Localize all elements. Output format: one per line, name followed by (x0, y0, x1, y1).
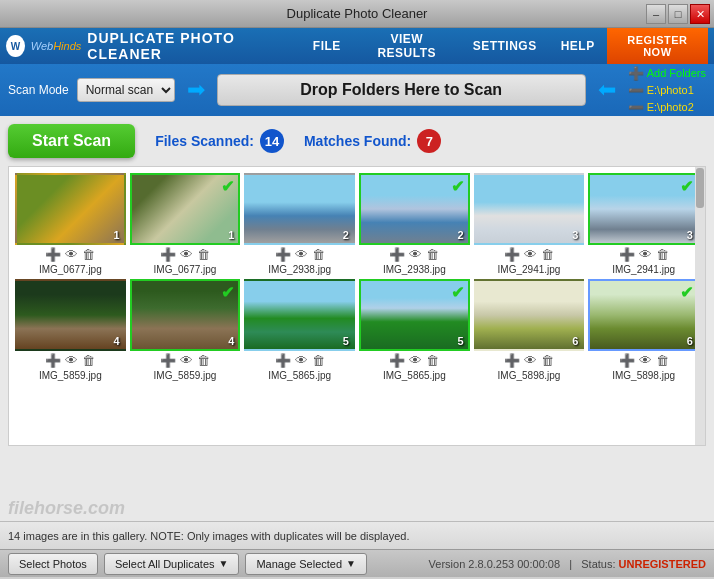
select-photos-button[interactable]: Select Photos (8, 553, 98, 575)
maximize-button[interactable]: □ (668, 4, 688, 24)
nav-register[interactable]: REGISTER NOW (607, 28, 708, 64)
photo-name: IMG_5898.jpg (588, 370, 699, 381)
status-note: 14 images are in this gallery. NOTE: Onl… (8, 530, 409, 542)
start-scan-button[interactable]: Start Scan (8, 124, 135, 158)
add-icon[interactable]: ➕ (389, 247, 405, 262)
title-bar: Duplicate Photo Cleaner – □ ✕ (0, 0, 714, 28)
add-icon[interactable]: ➕ (619, 247, 635, 262)
photo-thumb-7[interactable]: 4 (15, 279, 126, 351)
add-icon[interactable]: ➕ (45, 247, 61, 262)
photo-grid-container: 1➕👁🗑IMG_0677.jpg1✔➕👁🗑IMG_0677.jpg2➕👁🗑IMG… (8, 166, 706, 446)
view-icon[interactable]: 👁 (65, 247, 78, 262)
view-icon[interactable]: 👁 (639, 247, 652, 262)
view-icon[interactable]: 👁 (295, 353, 308, 368)
main-content: Start Scan Files Scanned: 14 Matches Fou… (0, 116, 714, 521)
delete-icon[interactable]: 🗑 (656, 353, 669, 368)
add-icon[interactable]: ➕ (619, 353, 635, 368)
close-button[interactable]: ✕ (690, 4, 710, 24)
check-mark-icon: ✔ (221, 283, 234, 302)
dropdown-arrow-icon-2: ▼ (346, 558, 356, 569)
view-icon[interactable]: 👁 (295, 247, 308, 262)
photo-thumb-5[interactable]: 3 (474, 173, 585, 245)
photo-thumb-2[interactable]: 1✔ (130, 173, 241, 245)
select-all-duplicates-button[interactable]: Select All Duplicates ▼ (104, 553, 240, 575)
logo-web: WebHinds (31, 39, 82, 53)
photo-group-num: 5 (343, 335, 349, 347)
nav-settings[interactable]: SETTINGS (461, 28, 549, 64)
plus-icon: ➕ (628, 66, 644, 81)
drop-arrow-right: ⬅ (598, 77, 616, 103)
photo-cell-8: 4✔➕👁🗑IMG_5859.jpg (128, 277, 243, 383)
nav-help[interactable]: HELP (549, 28, 607, 64)
photo-name: IMG_5898.jpg (474, 370, 585, 381)
delete-icon[interactable]: 🗑 (541, 353, 554, 368)
view-icon[interactable]: 👁 (409, 353, 422, 368)
drop-arrow-left: ➡ (187, 77, 205, 103)
photo-name: IMG_2938.jpg (359, 264, 470, 275)
view-icon[interactable]: 👁 (524, 247, 537, 262)
photo-group-num: 4 (114, 335, 120, 347)
scan-mode-select[interactable]: Normal scan (77, 78, 175, 102)
photo-cell-10: 5✔➕👁🗑IMG_5865.jpg (357, 277, 472, 383)
delete-icon[interactable]: 🗑 (197, 247, 210, 262)
manage-selected-button[interactable]: Manage Selected ▼ (245, 553, 367, 575)
add-icon[interactable]: ➕ (275, 353, 291, 368)
photo-thumb-9[interactable]: 5 (244, 279, 355, 351)
photo-actions: ➕👁🗑 (504, 353, 554, 368)
add-folders-btn[interactable]: ➕ Add Folders (628, 66, 706, 81)
title-bar-controls: – □ ✕ (646, 4, 710, 24)
add-icon[interactable]: ➕ (275, 247, 291, 262)
add-icon[interactable]: ➕ (45, 353, 61, 368)
view-icon[interactable]: 👁 (180, 353, 193, 368)
delete-icon[interactable]: 🗑 (197, 353, 210, 368)
add-icon[interactable]: ➕ (504, 247, 520, 262)
photo-thumb-12[interactable]: 6✔ (588, 279, 699, 351)
photo-name: IMG_0677.jpg (15, 264, 126, 275)
photo-cell-4: 2✔➕👁🗑IMG_2938.jpg (357, 171, 472, 277)
add-icon[interactable]: ➕ (160, 353, 176, 368)
add-icon[interactable]: ➕ (504, 353, 520, 368)
add-icon[interactable]: ➕ (160, 247, 176, 262)
view-icon[interactable]: 👁 (180, 247, 193, 262)
view-icon[interactable]: 👁 (409, 247, 422, 262)
photo-cell-12: 6✔➕👁🗑IMG_5898.jpg (586, 277, 701, 383)
photo-actions: ➕👁🗑 (389, 247, 439, 262)
delete-icon[interactable]: 🗑 (312, 353, 325, 368)
delete-icon[interactable]: 🗑 (312, 247, 325, 262)
photo-actions: ➕👁🗑 (275, 353, 325, 368)
drop-zone[interactable]: Drop Folders Here to Scan (217, 74, 586, 106)
delete-icon[interactable]: 🗑 (426, 353, 439, 368)
photo-name: IMG_0677.jpg (130, 264, 241, 275)
minimize-button[interactable]: – (646, 4, 666, 24)
view-icon[interactable]: 👁 (639, 353, 652, 368)
photo-thumb-3[interactable]: 2 (244, 173, 355, 245)
check-mark-icon: ✔ (451, 177, 464, 196)
photo-thumb-10[interactable]: 5✔ (359, 279, 470, 351)
photo-actions: ➕👁🗑 (619, 353, 669, 368)
photo-thumb-1[interactable]: 1 (15, 173, 126, 245)
photo-thumb-8[interactable]: 4✔ (130, 279, 241, 351)
photo-thumb-6[interactable]: 3✔ (588, 173, 699, 245)
photo-thumb-4[interactable]: 2✔ (359, 173, 470, 245)
view-icon[interactable]: 👁 (65, 353, 78, 368)
photo-actions: ➕👁🗑 (160, 353, 210, 368)
photo-actions: ➕👁🗑 (45, 247, 95, 262)
delete-icon[interactable]: 🗑 (82, 247, 95, 262)
photo-thumb-11[interactable]: 6 (474, 279, 585, 351)
photo-name: IMG_5865.jpg (244, 370, 355, 381)
scan-mode-label: Scan Mode (8, 83, 69, 97)
scan-stats: Files Scanned: 14 Matches Found: 7 (155, 129, 441, 153)
scrollbar-thumb[interactable] (696, 168, 704, 208)
delete-icon[interactable]: 🗑 (426, 247, 439, 262)
delete-icon[interactable]: 🗑 (541, 247, 554, 262)
nav-view-results[interactable]: VIEW RESULTS (353, 28, 461, 64)
nav-file[interactable]: FILE (301, 28, 353, 64)
scrollbar[interactable] (695, 167, 705, 445)
delete-icon[interactable]: 🗑 (82, 353, 95, 368)
photo-group-num: 2 (343, 229, 349, 241)
photo-group-num: 2 (458, 229, 464, 241)
view-icon[interactable]: 👁 (524, 353, 537, 368)
add-icon[interactable]: ➕ (389, 353, 405, 368)
photo-group-num: 3 (572, 229, 578, 241)
delete-icon[interactable]: 🗑 (656, 247, 669, 262)
